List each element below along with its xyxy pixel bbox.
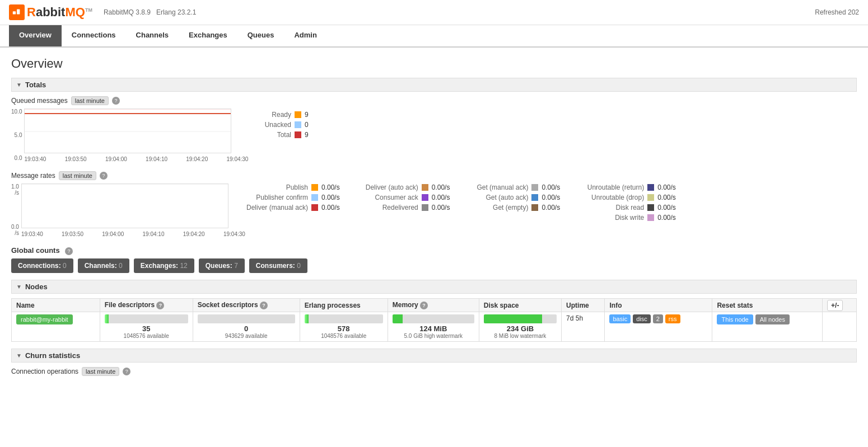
nodes-arrow: ▼ (16, 284, 22, 290)
churn-title: Churn statistics (25, 351, 80, 360)
legend-total: Total 9 (246, 131, 316, 139)
page-title: Overview (11, 57, 857, 71)
all-nodes-button[interactable]: All nodes (755, 314, 790, 324)
file-desc-available: 1048576 available (105, 333, 188, 339)
rates-help-icon[interactable]: ? (100, 172, 108, 180)
disk-sub: 8 MiB low watermark (484, 333, 557, 339)
erlang-value: 578 (305, 324, 383, 333)
legend-redelivered: Redelivered 0.00/s (357, 204, 450, 211)
socket-desc-cell: 0 943629 available (193, 312, 300, 342)
col-reset: Reset stats (712, 299, 823, 312)
y-max: 10.0 (11, 109, 22, 115)
nav-exchanges[interactable]: Exchanges (179, 25, 237, 46)
nav-channels[interactable]: Channels (126, 25, 179, 46)
refreshed-label: Refreshed 202 (815, 8, 859, 16)
col-plus-minus[interactable]: +/- (823, 299, 857, 312)
uptime-cell: 7d 5h (562, 312, 605, 342)
queued-help-icon[interactable]: ? (112, 97, 120, 105)
file-desc-help-icon[interactable]: ? (156, 302, 164, 309)
global-counts-section: Global counts ? Connections: 0 Channels:… (11, 246, 857, 273)
socket-desc-available: 943629 available (198, 333, 295, 339)
disk-bar (484, 314, 557, 323)
global-counts-label: Global counts (11, 246, 60, 255)
col-uptime: Uptime (562, 299, 605, 312)
rates-legend-col2: Deliver (auto ack) 0.00/s Consumer ack 0… (357, 183, 450, 222)
memory-help-icon[interactable]: ? (420, 302, 428, 309)
queued-messages-label: Queued messages last minute ? (11, 96, 857, 105)
reset-cell: This node All nodes (712, 312, 823, 342)
exchanges-badge[interactable]: Exchanges: 12 (134, 258, 194, 273)
nodes-title: Nodes (25, 283, 48, 291)
uptime-value: 7d 5h (566, 314, 583, 322)
badge-num: 2 (653, 314, 663, 323)
y-mid: 5.0 (11, 132, 22, 138)
y-min: 0.0 (11, 155, 22, 161)
badge-disc: disc (633, 314, 651, 323)
this-node-button[interactable]: This node (717, 314, 753, 324)
info-badges: basic disc 2 rss (609, 314, 707, 323)
queued-messages-section: Queued messages last minute ? 10.0 5.0 0… (11, 96, 857, 162)
queued-messages-chart: 10.0 5.0 0.0 (11, 109, 235, 162)
nav-admin[interactable]: Admin (284, 25, 326, 46)
svg-rect-1 (17, 10, 20, 15)
erlang-available: 1048576 available (305, 333, 383, 339)
nav-queues[interactable]: Queues (237, 25, 284, 46)
file-desc-bar (105, 314, 188, 323)
version-label: RabbitMQ 3.8.9 (104, 8, 151, 16)
message-rates-chart-row: 1.0 /s 0.0 /s 19:03:40 19:03:50 19:04:00 (11, 183, 857, 237)
legend-unroutable-drop: Unroutable (drop) 0.00/s (577, 194, 676, 201)
legend-consumer-ack: Consumer ack 0.00/s (357, 194, 450, 201)
churn-badge[interactable]: last minute (82, 367, 119, 376)
channels-badge[interactable]: Channels: 0 (78, 258, 129, 273)
nav-overview[interactable]: Overview (9, 25, 62, 46)
queued-badge[interactable]: last minute (71, 96, 109, 105)
legend-unroutable-return: Unroutable (return) 0.00/s (577, 183, 676, 191)
rates-y-max: 1.0 /s (11, 183, 19, 196)
reset-actions: This node All nodes (717, 314, 818, 324)
nodes-section: ▼ Nodes Name File descriptors ? Socket d… (11, 280, 857, 342)
socket-desc-value: 0 (198, 324, 295, 333)
totals-section-header[interactable]: ▼ Totals (11, 78, 857, 92)
rates-legend-col4: Unroutable (return) 0.00/s Unroutable (d… (577, 183, 676, 222)
rates-legend-col1: Publish 0.00/s Publisher confirm 0.00/s … (246, 183, 340, 222)
info-cell: basic disc 2 rss (605, 312, 712, 342)
main-content: Overview ▼ Totals Queued messages last m… (0, 48, 868, 392)
socket-desc-help-icon[interactable]: ? (260, 302, 268, 309)
badge-rss: rss (665, 314, 680, 323)
disk-value: 234 GiB (484, 324, 557, 333)
churn-section-header[interactable]: ▼ Churn statistics (11, 349, 857, 363)
erlang-proc-cell: 578 1048576 available (300, 312, 388, 342)
rates-badge[interactable]: last minute (59, 171, 96, 180)
legend-deliver-auto: Deliver (auto ack) 0.00/s (357, 183, 450, 191)
message-rates-section: Message rates last minute ? 1.0 /s 0.0 /… (11, 171, 857, 237)
consumers-badge[interactable]: Consumers: 0 (249, 258, 307, 273)
node-name-cell: rabbit@my-rabbit (12, 312, 100, 342)
queued-messages-legend: Ready 9 Unacked 0 Total 9 (246, 109, 316, 139)
legend-disk-write: Disk write 0.00/s (577, 214, 676, 222)
legend-deliver-manual: Deliver (manual ack) 0.00/s (246, 204, 340, 211)
churn-help-icon[interactable]: ? (123, 368, 130, 375)
logo-text: RabbitMQTM (27, 5, 92, 20)
totals-title: Totals (25, 81, 46, 89)
queued-chart-times: 19:03:40 19:03:50 19:04:00 19:04:10 19:0… (24, 156, 248, 162)
legend-ready: Ready 9 (246, 111, 316, 119)
col-file-desc: File descriptors ? (100, 299, 193, 312)
global-counts-help-icon[interactable]: ? (65, 247, 73, 255)
erlang-label: Erlang 23.2.1 (156, 8, 196, 16)
logo-icon (9, 4, 25, 20)
nodes-section-header[interactable]: ▼ Nodes (11, 280, 857, 294)
nodes-table: Name File descriptors ? Socket descripto… (11, 298, 857, 342)
churn-label: Connection operations last minute ? (11, 367, 857, 376)
badge-basic: basic (609, 314, 631, 323)
connections-badge[interactable]: Connections: 0 (11, 258, 73, 273)
rates-legend: Publish 0.00/s Publisher confirm 0.00/s … (246, 183, 676, 222)
churn-section: ▼ Churn statistics Connection operations… (11, 349, 857, 376)
rates-y-min: 0.0 /s (11, 224, 19, 236)
rates-legend-col3: Get (manual ack) 0.00/s Get (auto ack) 0… (466, 183, 560, 222)
queues-badge[interactable]: Queues: 7 (199, 258, 245, 273)
memory-sub: 5.0 GiB high watermark (393, 333, 474, 339)
rates-chart-times: 19:03:40 19:03:50 19:04:00 19:04:10 19:0… (21, 231, 245, 237)
file-desc-value: 35 (105, 324, 188, 333)
count-badges-container: Connections: 0 Channels: 0 Exchanges: 12… (11, 258, 857, 273)
nav-connections[interactable]: Connections (62, 25, 126, 46)
